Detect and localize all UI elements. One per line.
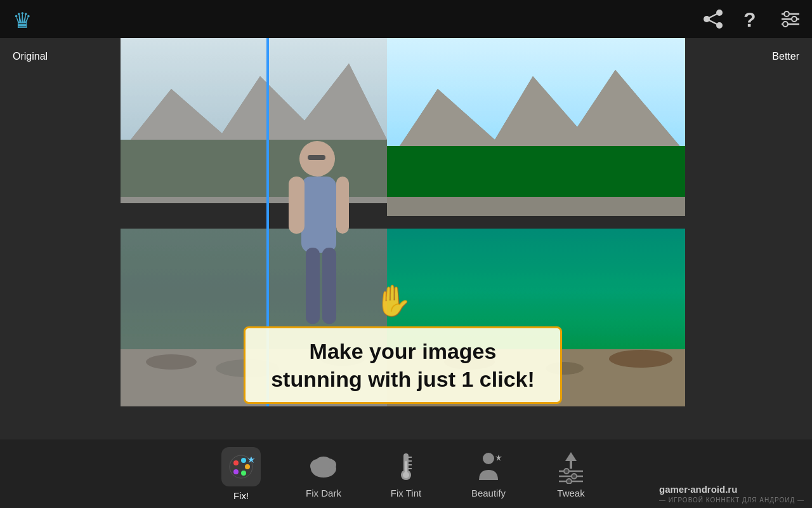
logo-icon: ♛ [10, 5, 38, 33]
svg-rect-38 [336, 177, 349, 234]
watermark: gamer·android.ru — ИГРОВОЙ КОННЕКТ ДЛЯ А… [659, 484, 804, 504]
svg-rect-35 [308, 155, 325, 160]
tool-fix-tint-icon [389, 450, 423, 484]
svg-point-43 [233, 460, 239, 465]
main-area: Original Better [0, 38, 812, 457]
svg-point-44 [241, 458, 246, 463]
svg-point-47 [233, 469, 239, 474]
tool-fix-dark[interactable]: Fix Dark [282, 442, 365, 505]
svg-rect-39 [306, 248, 320, 324]
svg-text:♛: ♛ [13, 8, 32, 32]
tool-fix-dark-icon [306, 450, 341, 484]
tool-fix-label: Fix! [233, 490, 249, 501]
svg-point-2 [716, 10, 723, 16]
fix-icon [227, 453, 255, 481]
topbar-actions: ? [702, 8, 802, 30]
svg-point-61 [483, 453, 494, 464]
svg-line-5 [707, 13, 719, 19]
svg-text:?: ? [743, 8, 756, 30]
svg-point-13 [783, 22, 788, 27]
svg-point-12 [792, 17, 797, 22]
tool-tweak-label: Tweak [557, 488, 584, 498]
svg-point-70 [566, 479, 572, 484]
person-sparkle-icon [471, 450, 506, 484]
svg-rect-64 [570, 460, 572, 469]
svg-rect-19 [387, 146, 685, 197]
tool-tweak-icon [554, 450, 588, 484]
svg-rect-36 [301, 177, 336, 253]
svg-rect-40 [322, 248, 336, 324]
app-logo: ♛ [10, 5, 38, 33]
svg-point-52 [315, 457, 332, 471]
banner-box: Make your images stunning with just 1 cl… [244, 326, 562, 404]
tool-fix-tint[interactable]: Fix Tint [365, 442, 447, 505]
svg-point-60 [403, 472, 409, 478]
svg-rect-59 [405, 461, 407, 472]
banner-text: Make your images stunning with just 1 cl… [271, 337, 535, 393]
svg-point-46 [241, 471, 246, 476]
sliders-up-icon [554, 450, 588, 484]
tool-beautify-icon [471, 450, 506, 484]
settings-button[interactable] [779, 8, 802, 30]
tool-fix-dark-label: Fix Dark [306, 488, 341, 498]
label-original: Original [13, 51, 48, 62]
svg-text:✋: ✋ [374, 283, 412, 319]
svg-point-45 [245, 464, 250, 469]
topbar: ♛ ? [0, 0, 812, 38]
thermometer-icon [389, 450, 423, 484]
tool-beautify-label: Beautify [471, 488, 506, 498]
label-better: Better [772, 51, 799, 62]
svg-marker-63 [565, 452, 577, 461]
svg-point-69 [572, 474, 577, 479]
tool-fix[interactable]: Fix! [200, 442, 282, 505]
tool-fix-tint-label: Fix Tint [391, 488, 421, 498]
promo-banner: Make your images stunning with just 1 cl… [121, 327, 685, 403]
share-button[interactable] [702, 8, 724, 30]
help-button[interactable]: ? [742, 8, 761, 30]
svg-rect-37 [289, 177, 304, 234]
tool-fix-icon-bg [221, 447, 261, 486]
svg-point-68 [564, 469, 569, 474]
watermark-text: gamer·android.ru — ИГРОВОЙ КОННЕКТ ДЛЯ А… [659, 485, 804, 504]
tool-tweak[interactable]: Tweak [530, 442, 612, 505]
svg-line-6 [707, 19, 719, 25]
tool-beautify[interactable]: Beautify [447, 442, 530, 505]
cloud-icon [306, 450, 341, 484]
svg-marker-62 [495, 455, 502, 461]
svg-point-11 [784, 11, 789, 17]
